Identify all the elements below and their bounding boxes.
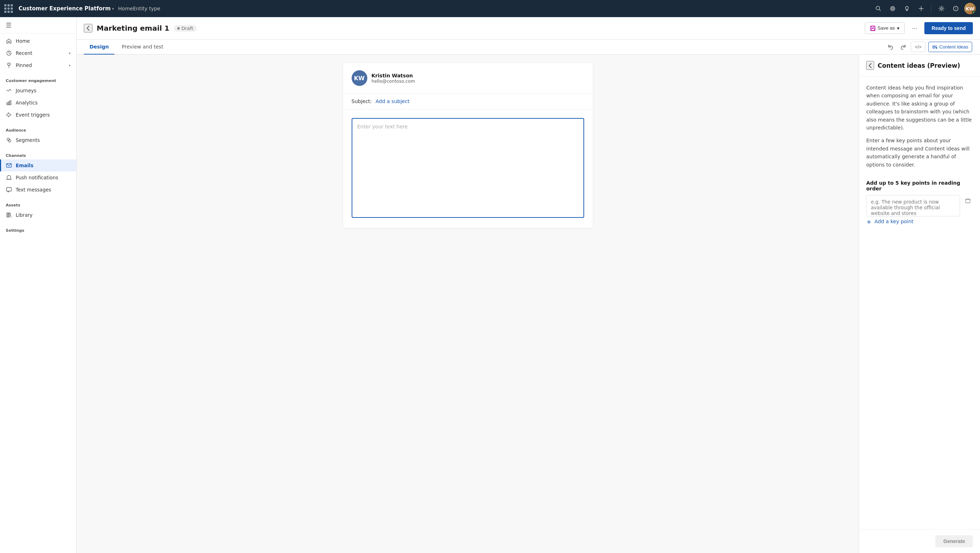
- tabs-bar: Design Preview and test </> Content Idea…: [77, 40, 980, 54]
- sender-email: hello@contoso.com: [372, 78, 584, 84]
- plus-icon[interactable]: [915, 3, 927, 14]
- add-subject-link[interactable]: Add a subject: [375, 99, 409, 104]
- save-as-label: Save as: [878, 25, 895, 31]
- code-view-button[interactable]: </>: [911, 42, 926, 52]
- save-as-button[interactable]: Save as ▾: [865, 22, 905, 34]
- sidebar-item-event-triggers[interactable]: Event triggers: [0, 109, 76, 121]
- pinned-icon: [6, 62, 12, 68]
- entity-type: HomeEntity type: [118, 6, 160, 11]
- email-subject-row: Subject: Add a subject: [343, 94, 593, 110]
- svg-point-19: [8, 140, 11, 142]
- sidebar-section-channels: Channels Emails Push notifications Text …: [0, 148, 76, 197]
- editor-area: KW Kristin Watson hello@contoso.com Subj…: [77, 54, 980, 553]
- journeys-icon: [6, 87, 12, 94]
- app-title-chevron[interactable]: ▾: [112, 7, 114, 11]
- library-icon: [6, 212, 12, 218]
- sidebar-item-home[interactable]: Home: [0, 35, 76, 47]
- redo-button[interactable]: [897, 42, 909, 52]
- email-body-input[interactable]: [352, 118, 584, 218]
- subject-label: Subject:: [352, 99, 372, 104]
- sidebar-section-customer-engagement: Customer engagement Journeys Analytics E…: [0, 73, 76, 122]
- sidebar-top-section: Home Recent ▾ Pinned ▾: [0, 33, 76, 73]
- sidebar-item-segments[interactable]: Segments: [0, 134, 76, 146]
- lightbulb-icon[interactable]: [901, 3, 913, 14]
- sidebar: ☰ Home Recent ▾ Pinned: [0, 17, 77, 553]
- add-key-point-button[interactable]: + Add a key point: [866, 216, 973, 227]
- ideas-back-button[interactable]: [866, 61, 874, 70]
- sidebar-item-analytics-label: Analytics: [16, 100, 71, 105]
- content-ideas-panel: Content ideas (Preview) Content ideas he…: [859, 54, 980, 553]
- key-points-label: Add up to 5 key points in reading order: [866, 180, 973, 191]
- ready-to-send-button[interactable]: Ready to send: [924, 22, 973, 34]
- svg-point-9: [941, 8, 943, 10]
- recent-icon: [6, 50, 12, 56]
- save-as-chevron: ▾: [897, 25, 899, 31]
- generate-button[interactable]: Generate: [935, 535, 973, 547]
- app-grid-icon[interactable]: [4, 4, 13, 13]
- sidebar-item-home-label: Home: [16, 38, 71, 44]
- sidebar-item-recent[interactable]: Recent ▾: [0, 47, 76, 59]
- sidebar-item-pinned[interactable]: Pinned ▾: [0, 59, 76, 71]
- app-title: Customer Experience Platform ▾: [19, 5, 114, 12]
- sidebar-item-text-messages-label: Text messages: [16, 187, 71, 192]
- sidebar-item-emails-label: Emails: [16, 162, 71, 168]
- email-canvas: KW Kristin Watson hello@contoso.com Subj…: [77, 54, 859, 553]
- svg-point-4: [892, 8, 893, 9]
- draft-dot: [177, 27, 180, 30]
- key-point-input-1[interactable]: [866, 195, 960, 216]
- back-button[interactable]: [84, 24, 92, 32]
- sidebar-item-push-notifications[interactable]: Push notifications: [0, 172, 76, 184]
- ideas-panel-body: Content ideas help you find inspiration …: [859, 77, 980, 529]
- svg-text:?: ?: [955, 7, 957, 11]
- draft-badge: Draft: [174, 25, 197, 32]
- recent-chevron: ▾: [69, 51, 71, 55]
- sender-name: Kristin Watson: [372, 73, 584, 78]
- sidebar-toggle-icon[interactable]: ☰: [6, 21, 11, 29]
- svg-rect-15: [8, 102, 10, 105]
- settings-icon[interactable]: [936, 3, 947, 14]
- key-point-delete-button-1[interactable]: [963, 195, 973, 206]
- svg-rect-30: [966, 199, 970, 203]
- sender-avatar: KW: [352, 70, 368, 86]
- pinned-chevron: ▾: [69, 64, 71, 67]
- key-point-row-1: [866, 195, 973, 216]
- target-icon[interactable]: [887, 3, 898, 14]
- content-ideas-button[interactable]: Content Ideas: [928, 42, 972, 52]
- sidebar-item-library-label: Library: [16, 212, 71, 218]
- sidebar-item-library[interactable]: Library: [0, 209, 76, 221]
- svg-rect-22: [6, 188, 11, 191]
- tab-design[interactable]: Design: [84, 40, 115, 54]
- code-view-label: </>: [915, 44, 921, 49]
- tab-preview-test[interactable]: Preview and test: [116, 40, 169, 54]
- ideas-panel-title: Content ideas (Preview): [878, 62, 960, 69]
- more-options-button[interactable]: ···: [909, 22, 920, 34]
- avatar[interactable]: KW: [964, 3, 976, 14]
- event-triggers-icon: [6, 111, 12, 118]
- sidebar-item-text-messages[interactable]: Text messages: [0, 184, 76, 196]
- sidebar-section-title-customer-engagement: Customer engagement: [0, 74, 76, 84]
- sidebar-item-journeys-label: Journeys: [16, 88, 71, 94]
- help-icon[interactable]: ?: [950, 3, 961, 14]
- svg-point-18: [7, 138, 10, 141]
- svg-rect-24: [8, 213, 10, 217]
- push-notifications-icon: [6, 174, 12, 181]
- svg-rect-26: [872, 26, 874, 28]
- ideas-panel-footer: Generate: [859, 529, 980, 553]
- add-key-point-label: Add a key point: [875, 219, 913, 224]
- page-title: Marketing email 1: [97, 24, 169, 32]
- search-icon[interactable]: [873, 3, 884, 14]
- undo-button[interactable]: [885, 42, 897, 52]
- home-icon: [6, 38, 12, 44]
- email-sender-row: KW Kristin Watson hello@contoso.com: [343, 63, 593, 94]
- sidebar-item-journeys[interactable]: Journeys: [0, 84, 76, 97]
- sidebar-item-event-triggers-label: Event triggers: [16, 112, 71, 118]
- add-key-point-plus: +: [866, 218, 872, 225]
- page-header: Marketing email 1 Draft Save as ▾ ··· Re…: [77, 17, 980, 40]
- sender-info: Kristin Watson hello@contoso.com: [372, 73, 584, 84]
- email-card: KW Kristin Watson hello@contoso.com Subj…: [343, 63, 593, 228]
- sidebar-item-emails[interactable]: Emails: [0, 159, 76, 172]
- sidebar-item-analytics[interactable]: Analytics: [0, 97, 76, 109]
- email-body[interactable]: [343, 110, 593, 228]
- svg-marker-17: [7, 113, 11, 117]
- content-area: Marketing email 1 Draft Save as ▾ ··· Re…: [77, 17, 980, 553]
